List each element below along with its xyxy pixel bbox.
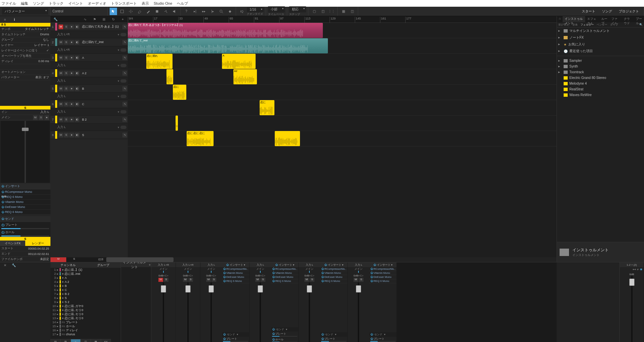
browser-tab-instruments[interactable]: インストゥルメント	[563, 16, 585, 22]
track-header[interactable]: 1 M S ● ◐ 恋に溺れて天月-あま..】(1) ∿	[50, 23, 128, 31]
channel-list-item[interactable]: 7▸●B 2	[50, 292, 121, 296]
ch-output[interactable]: メイン	[299, 267, 320, 271]
ch-input[interactable]: 入力 L+R	[151, 262, 176, 267]
track-rec-button[interactable]: ●	[69, 86, 74, 91]
global-solo[interactable]: S	[66, 257, 82, 262]
channel-list-item[interactable]: 5▸●B	[50, 284, 121, 288]
ch-output[interactable]: メイン	[348, 267, 369, 271]
track-wave-icon[interactable]: ∿	[122, 25, 127, 29]
audio-clip[interactable]	[275, 131, 300, 146]
tree-item[interactable]: ▶★お気に入り	[557, 41, 644, 48]
ch-insert[interactable]: ⏻RCompressorMo..	[320, 267, 347, 271]
menu-song[interactable]: ソング	[33, 1, 44, 6]
monitor-toggle[interactable]	[120, 48, 126, 52]
bend-tool[interactable]	[162, 8, 169, 15]
page-song-button[interactable]: ソング	[599, 9, 615, 14]
autoscroll-icon[interactable]: ▢	[310, 8, 318, 15]
console-view-btn[interactable]: ◫	[81, 339, 91, 342]
speaker-tool[interactable]	[171, 8, 178, 15]
track-lane[interactable]	[128, 116, 557, 131]
track-solo-button[interactable]: S	[64, 133, 69, 137]
pan-knob[interactable]: <C>	[211, 274, 216, 277]
marker-icon[interactable]: ◆	[226, 8, 234, 15]
ch-insert[interactable]: ⏻Vitamin Mono	[271, 271, 298, 275]
track-header[interactable]: 2 M S ● ◐ 恋に溺れて_inst ∿	[50, 38, 128, 46]
track-solo-button[interactable]: S	[64, 55, 69, 60]
ch-mute[interactable]: M	[183, 278, 188, 282]
track-wrench-icon[interactable]: 🔧	[52, 16, 59, 23]
browser-tab-pool[interactable]: プール	[634, 16, 644, 22]
inspector-row[interactable]: オーバーラップを再生	[0, 53, 50, 59]
quantize-dropdown[interactable]: 1/16	[247, 7, 264, 12]
render-button[interactable]: レンダー	[25, 241, 50, 246]
audio-clip[interactable]: A	[222, 54, 256, 69]
ch-fader[interactable]	[209, 285, 214, 293]
channel-list-item[interactable]: 14▸FXプレート	[50, 320, 121, 324]
tree-item[interactable]: RealStrat	[557, 86, 644, 92]
tree-item[interactable]: ▶🕘最近使った項目	[557, 48, 644, 54]
track-input-row[interactable]: 入力 L▾	[50, 124, 128, 131]
track-header[interactable]: 7 M S ● ◐ B 2 ∿	[50, 116, 128, 124]
audio-clip[interactable]: 恋に	[260, 100, 274, 115]
send-slot[interactable]: ⏻ホール	[0, 229, 50, 235]
ch-input[interactable]: 入力 L	[348, 262, 369, 267]
insert-slot[interactable]: ⏻REQ 6 Mono	[0, 210, 50, 215]
ch-mute[interactable]: M	[255, 278, 260, 282]
pan-knob[interactable]: <C>	[260, 274, 265, 277]
menu-help[interactable]: ヘルプ	[177, 1, 188, 6]
track-monitor-button[interactable]: ◐	[75, 55, 79, 60]
channel-list-item[interactable]: 13▸●恋に溺..モリ0	[50, 316, 121, 320]
track-wave-icon[interactable]: ∿	[122, 86, 127, 91]
ch-solo[interactable]: S	[310, 278, 314, 282]
monitor-toggle[interactable]	[120, 110, 126, 114]
ripple-icon[interactable]: ◫	[319, 8, 327, 15]
snap-dropdown[interactable]: 順応	[289, 6, 306, 12]
track-lane[interactable]: 恋に	[128, 85, 557, 100]
track-input-row[interactable]: 入力 L▾	[50, 93, 128, 100]
track-solo-button[interactable]: S	[64, 102, 69, 106]
save-icon[interactable]: ◫	[348, 8, 356, 15]
monitor-toggle[interactable]	[120, 33, 126, 36]
ch-fader[interactable]	[307, 285, 312, 293]
track-lane[interactable]: 恋に溺れA	[128, 54, 557, 69]
menu-audio[interactable]: オーディオ	[88, 1, 106, 6]
inspector-row[interactable]: タイムストレッチDrums	[0, 32, 50, 37]
ch-send[interactable]: ⏻プレート	[271, 332, 298, 336]
ch-insert[interactable]: ⏻REQ 6 Mono	[222, 279, 249, 283]
refresh-icon[interactable]: ↻	[110, 16, 117, 23]
track-rec-button[interactable]: ●	[69, 40, 74, 45]
sends-header[interactable]: ⏻センド	[0, 216, 50, 222]
ch-inserts-hdr[interactable]: ⏻ インサート ▾	[222, 262, 249, 267]
track-header[interactable]: 6 M S ● ◐ C ∿	[50, 100, 128, 108]
monitor-toggle[interactable]	[120, 95, 126, 98]
track-wave-icon[interactable]: ∿	[122, 71, 127, 76]
menu-track[interactable]: トラック	[49, 1, 64, 6]
audio-clip[interactable]: 恋に溺れて_inst	[128, 38, 328, 53]
console-view-btn[interactable]: FX	[101, 339, 111, 342]
channel-list-item[interactable]: 9▸●S 2	[50, 300, 121, 304]
page-start-button[interactable]: スタート	[579, 9, 598, 14]
inserts-header[interactable]: ⏻インサート	[0, 183, 50, 189]
console-view-btn[interactable]: ▦	[91, 339, 101, 342]
draw-tool[interactable]	[145, 8, 152, 15]
snap-mid-icon[interactable]: ▸▸	[200, 8, 207, 15]
master-link-icon[interactable]: ▸◂	[633, 268, 636, 271]
ch-solo[interactable]: S	[164, 278, 168, 282]
ch-fader[interactable]	[356, 285, 361, 293]
inspector-row[interactable]: レイヤーレイヤー 1	[0, 43, 50, 48]
track-mute-button[interactable]: M	[59, 25, 63, 29]
automation-mode[interactable]: 標準	[96, 257, 106, 262]
inspector-in-value[interactable]: 入力 L	[40, 110, 49, 114]
ch-mute[interactable]: M	[353, 278, 358, 282]
track-monitor-button[interactable]: ◐	[75, 40, 79, 45]
audio-clip[interactable]: 恋に溺れ	[146, 54, 173, 69]
ch-mute[interactable]: M	[158, 278, 163, 282]
ch-send[interactable]: ⏻プレート	[369, 337, 396, 341]
ch-fader[interactable]	[161, 285, 166, 293]
channel-list-item[interactable]: 17▸FXchorus	[50, 332, 121, 336]
menu-studioone[interactable]: Studio One	[154, 1, 172, 5]
inspector-solo-button[interactable]: S	[39, 115, 43, 120]
snap-start-icon[interactable]: ▸|	[191, 8, 199, 15]
track-header[interactable]: 4 M S ● ◐ A 2 ∿	[50, 69, 128, 77]
channel-list-item[interactable]: 12▸●恋に溺..モリ0	[50, 312, 121, 316]
